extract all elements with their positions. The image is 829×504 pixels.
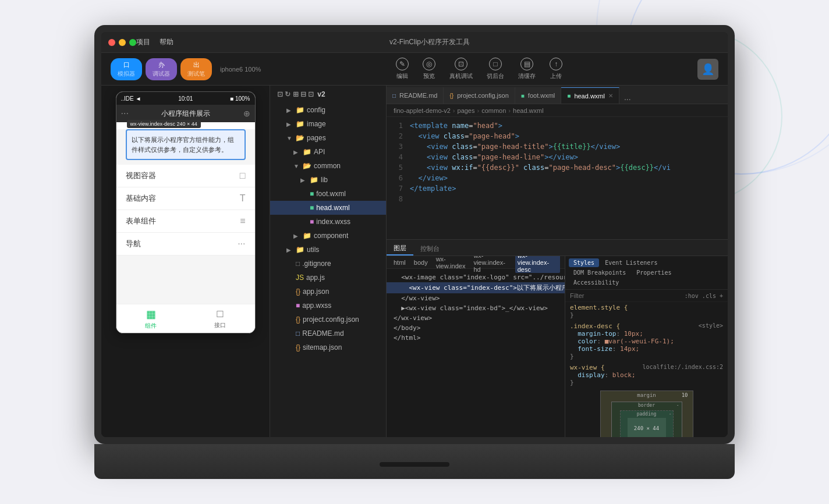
breadcrumb-sep-1: › — [477, 107, 480, 114]
edit-icon: ✎ — [396, 58, 409, 70]
phone-more-icon[interactable]: ⊕ — [243, 109, 250, 118]
styles-tab-access[interactable]: Accessibility — [569, 278, 623, 287]
tree-item-project-config[interactable]: ▶ {} project.config.json — [270, 313, 386, 326]
tree-item-config[interactable]: ▶ 📁 config — [270, 103, 386, 117]
styles-rule-index-desc: .index-desc { <style> margin-top: 10px; … — [565, 321, 728, 362]
tab-close-head[interactable]: ✕ — [608, 93, 613, 99]
tree-item-api[interactable]: ▶ 📁 API — [270, 145, 386, 159]
code-editor-area[interactable]: 1 <template name="head"> 2 <view class="… — [387, 117, 728, 239]
margin-label: margin — [637, 392, 656, 398]
tree-item-app-wxss[interactable]: ▶ ■ app.wxss — [270, 299, 386, 313]
user-avatar[interactable]: 👤 — [697, 59, 718, 80]
close-button[interactable] — [108, 39, 115, 46]
tab-icon-readme: □ — [392, 93, 396, 99]
breadcrumb-item-0: fino-applet-demo-v2 — [394, 107, 451, 114]
padding-value: - — [669, 411, 672, 417]
nav-item-1[interactable]: 基础内容 T — [116, 187, 255, 210]
style-val-margin: 10px; — [624, 330, 643, 338]
phone-highlight-area: wx-view.index-desc 240 × 44 以下将展示小程序官方组件… — [126, 129, 246, 160]
background-action[interactable]: □ 切后台 — [487, 58, 504, 80]
tree-item-utils[interactable]: ▶ 📁 utils — [270, 243, 386, 257]
arrow-head: ▶ — [300, 205, 307, 211]
bc-html[interactable]: html — [391, 259, 408, 266]
padding-label: padding — [637, 411, 657, 417]
nav-item-0[interactable]: 视图容器 □ — [116, 165, 255, 187]
html-line-0: <wx-image class="index-logo" src="../res… — [387, 272, 565, 282]
tab-foot-wxml[interactable]: ■ foot.wxml — [515, 87, 562, 104]
debugger-label: 调试器 — [153, 70, 170, 78]
tree-item-image[interactable]: ▶ 📁 image — [270, 117, 386, 131]
tree-name-app-json: app.json — [303, 288, 329, 296]
nav-text-2: 表单组件 — [126, 216, 156, 226]
arrow-lib: ▶ — [300, 177, 307, 183]
styles-filter-input[interactable] — [570, 292, 617, 299]
edit-label: 编辑 — [396, 72, 408, 80]
phone-back-icon[interactable]: ··· — [121, 108, 129, 119]
device-info: iphone6 100% — [220, 66, 261, 73]
tree-item-gitignore[interactable]: ▶ □ .gitignore — [270, 257, 386, 271]
tree-item-foot-wxml[interactable]: ▶ ■ foot.wxml — [270, 187, 386, 201]
upload-action[interactable]: ↑ 上传 — [550, 58, 562, 80]
bottom-nav-api[interactable]: □ 接口 — [186, 304, 255, 333]
tree-item-pages[interactable]: ▼ 📂 pages — [270, 131, 386, 145]
phone-status-right: ■ 100% — [230, 95, 250, 102]
edit-action[interactable]: ✎ 编辑 — [396, 58, 409, 80]
tree-item-common[interactable]: ▼ 📂 common — [270, 159, 386, 173]
toolbar: 口 模拟器 办 调试器 出 测试笔 iphone6 100% ✎ — [101, 53, 728, 86]
tab-readme[interactable]: □ README.md — [387, 87, 444, 104]
debugger-button[interactable]: 办 调试器 — [146, 58, 177, 80]
menu-item-project[interactable]: 项目 — [136, 37, 150, 47]
breadcrumb-item-2: common — [481, 107, 506, 114]
tab-head-wxml[interactable]: ■ head.wxml ✕ — [561, 87, 619, 104]
simulator-button[interactable]: 口 模拟器 — [111, 58, 142, 80]
tree-item-component[interactable]: ▶ 📁 component — [270, 229, 386, 243]
preview-label: 预览 — [423, 72, 435, 80]
menu-item-help[interactable]: 帮助 — [160, 37, 173, 47]
bottom-nav-components[interactable]: ▦ 组件 — [116, 304, 186, 333]
nav-icon-2: ≡ — [240, 216, 245, 226]
tree-item-app-js[interactable]: ▶ JS app.js — [270, 271, 386, 285]
file-icon-app-js: JS — [296, 274, 304, 282]
api-label: 接口 — [214, 321, 226, 329]
preview-action[interactable]: ◎ 预览 — [423, 58, 435, 80]
bc-body[interactable]: body — [412, 259, 430, 266]
maximize-button[interactable] — [129, 39, 136, 46]
styles-tab-event[interactable]: Event Listeners — [600, 258, 662, 267]
bottom-tab-图层[interactable]: 图层 — [387, 242, 413, 255]
tree-item-head-wxml[interactable]: ▶ ■ head.wxml — [270, 201, 386, 215]
tree-item-app-json[interactable]: ▶ {} app.json — [270, 285, 386, 299]
style-prop-display: display — [578, 371, 604, 379]
tree-item-readme[interactable]: ▶ □ README.md — [270, 326, 386, 340]
tree-item-index-wxss[interactable]: ▶ ■ index.wxss — [270, 215, 386, 229]
minimize-button[interactable] — [119, 39, 126, 46]
breadcrumb-sep-0: › — [453, 107, 455, 114]
tree-name-utils: utils — [307, 246, 319, 254]
styles-tabs: Styles Event Listeners DOM Breakpoints P… — [565, 256, 728, 290]
bottom-tab-控制台[interactable]: 控制台 — [413, 242, 447, 255]
styles-tab-props[interactable]: Properties — [632, 268, 676, 277]
content-box: 240 × 44 — [628, 418, 666, 437]
tab-more-button[interactable]: ··· — [619, 94, 636, 104]
nav-item-3[interactable]: 导航 ··· — [116, 233, 255, 255]
tree-item-sitemap[interactable]: ▶ {} sitemap.json — [270, 340, 386, 354]
styles-tab-styles[interactable]: Styles — [569, 258, 599, 267]
folder-icon-lib: 📁 — [310, 176, 318, 184]
tree-name-readme: README.md — [302, 329, 343, 338]
arrow-image: ▶ — [286, 121, 293, 127]
clear-cache-action[interactable]: ▤ 清缓存 — [518, 58, 536, 80]
nav-item-2[interactable]: 表单组件 ≡ — [116, 210, 255, 233]
line-num-3: 3 — [387, 143, 410, 151]
tab-project-config[interactable]: {} project.config.json — [444, 87, 515, 104]
tree-item-lib[interactable]: ▶ 📁 lib — [270, 173, 386, 187]
test-button[interactable]: 出 测试笔 — [180, 58, 212, 80]
code-line-5: 5 <view wx:if="{{desc}}" class="page-hea… — [387, 164, 728, 174]
styles-tab-dom[interactable]: DOM Breakpoints — [569, 268, 630, 277]
title-bar: 项目 帮助 v2-FinClip小程序开发工具 — [101, 32, 728, 53]
file-tree-panel: ⊡ ↻ ⊞ ⊟ ⊡ v2 ▶ 📁 config ▶ — [270, 86, 387, 437]
line-num-2: 2 — [387, 132, 410, 140]
border-value: - — [676, 403, 679, 408]
bc-wx-index[interactable]: wx-view.index — [434, 256, 468, 269]
device-debug-action[interactable]: ⊡ 真机调试 — [449, 58, 473, 80]
styles-filter-hov[interactable]: :hov .cls + — [685, 293, 723, 299]
arrow-api: ▶ — [293, 149, 300, 155]
